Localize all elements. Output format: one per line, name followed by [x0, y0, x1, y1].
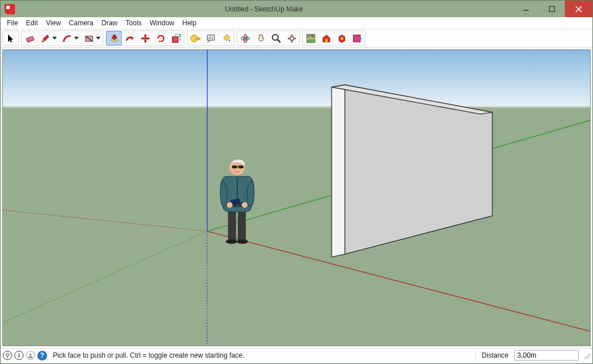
pencil-tool[interactable] — [37, 31, 59, 45]
svg-point-68 — [6, 354, 9, 357]
orbit-tool[interactable] — [237, 31, 253, 45]
status-bar: i ? Pick face to push or pull. Ctrl = to… — [1, 348, 592, 362]
svg-marker-17 — [178, 34, 180, 37]
geo-icon[interactable] — [3, 351, 12, 360]
menu-file[interactable]: File — [3, 18, 22, 28]
warehouse-tool[interactable] — [318, 31, 334, 45]
svg-marker-43 — [3, 107, 590, 346]
svg-point-39 — [340, 37, 343, 40]
select-tool[interactable] — [3, 31, 18, 45]
svg-text:A1: A1 — [209, 36, 214, 40]
svg-rect-44 — [3, 106, 590, 109]
tapemeasure-tool[interactable] — [187, 31, 203, 45]
window-controls — [513, 1, 592, 17]
svg-marker-13 — [141, 34, 150, 43]
svg-marker-52 — [332, 85, 345, 257]
paintbucket-tool[interactable] — [218, 31, 234, 45]
title-bar: Untitled - SketchUp Make — [1, 1, 592, 17]
svg-line-22 — [207, 40, 210, 42]
rectangle-tool[interactable] — [81, 31, 103, 45]
pan-tool[interactable] — [253, 31, 268, 45]
distance-label: Distance — [478, 351, 512, 359]
maximize-button[interactable] — [539, 1, 565, 17]
svg-point-29 — [290, 36, 294, 40]
close-button[interactable] — [565, 1, 592, 17]
menu-edit[interactable]: Edit — [22, 18, 42, 28]
distance-input[interactable] — [514, 350, 579, 361]
svg-rect-65 — [238, 165, 244, 168]
pushpull-tool[interactable] — [106, 31, 122, 45]
status-separator — [475, 350, 476, 361]
minimize-button[interactable] — [513, 1, 539, 17]
zoomextents-tool[interactable] — [284, 31, 299, 45]
app-icon — [5, 4, 15, 14]
svg-point-61 — [242, 202, 248, 208]
layout-tool[interactable] — [349, 31, 365, 45]
menu-tools[interactable]: Tools — [122, 18, 146, 28]
menu-camera[interactable]: Camera — [65, 18, 98, 28]
svg-marker-4 — [8, 34, 13, 42]
svg-point-26 — [244, 37, 247, 40]
extensions-tool[interactable] — [334, 31, 349, 45]
svg-point-27 — [272, 34, 278, 40]
svg-rect-5 — [26, 36, 34, 42]
svg-rect-19 — [197, 38, 200, 40]
svg-marker-31 — [291, 41, 293, 43]
svg-marker-41 — [360, 37, 362, 40]
svg-point-35 — [311, 35, 314, 37]
model-viewport[interactable] — [2, 49, 591, 346]
svg-rect-54 — [228, 209, 236, 241]
svg-rect-40 — [353, 35, 360, 42]
menu-bar: File Edit View Camera Draw Tools Window … — [1, 17, 592, 29]
window-title: Untitled - SketchUp Make — [15, 5, 513, 13]
svg-marker-33 — [295, 37, 296, 40]
menu-help[interactable]: Help — [178, 18, 201, 28]
scale-tool[interactable] — [168, 31, 184, 45]
user-icon[interactable] — [26, 351, 35, 360]
credits-icon[interactable]: i — [14, 351, 24, 360]
svg-rect-1 — [549, 6, 555, 11]
svg-rect-64 — [232, 165, 237, 168]
resize-grip[interactable] — [582, 351, 590, 359]
svg-line-28 — [278, 40, 280, 42]
zoom-tool[interactable] — [268, 31, 284, 45]
viewport-container — [1, 48, 592, 348]
rotate-tool[interactable] — [153, 31, 168, 45]
main-toolbar: A1 — [1, 29, 592, 48]
status-hint: Pick face to push or pull. Ctrl = toggle… — [49, 351, 473, 359]
svg-rect-37 — [325, 39, 328, 42]
svg-point-57 — [237, 239, 248, 244]
menu-view[interactable]: View — [42, 18, 65, 28]
help-icon[interactable]: ? — [37, 351, 47, 361]
svg-marker-30 — [291, 34, 293, 36]
svg-rect-55 — [238, 209, 246, 241]
svg-marker-14 — [159, 40, 161, 42]
arc-tool[interactable] — [59, 31, 81, 45]
addlocation-tool[interactable] — [303, 31, 318, 45]
svg-point-56 — [226, 239, 237, 244]
menu-window[interactable]: Window — [146, 18, 179, 28]
svg-marker-32 — [287, 37, 289, 40]
eraser-tool[interactable] — [22, 31, 37, 45]
svg-point-70 — [29, 354, 32, 356]
move-tool[interactable] — [137, 31, 153, 45]
offset-tool[interactable] — [122, 31, 137, 45]
menu-draw[interactable]: Draw — [98, 18, 122, 28]
text-tool[interactable]: A1 — [203, 31, 218, 45]
svg-point-60 — [227, 202, 233, 208]
svg-rect-42 — [3, 50, 590, 107]
svg-marker-11 — [111, 35, 117, 40]
